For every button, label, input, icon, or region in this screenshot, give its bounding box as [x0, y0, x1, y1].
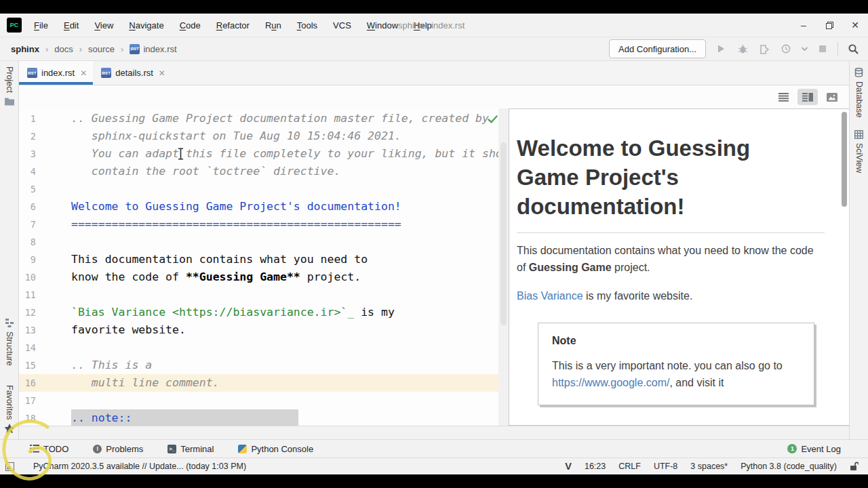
- close-button[interactable]: ✕: [842, 14, 868, 37]
- status-message[interactable]: PyCharm 2020.3.5 available // Update... …: [33, 462, 246, 471]
- tab-close-icon[interactable]: ✕: [80, 68, 87, 78]
- profiler-icon[interactable]: [779, 42, 793, 56]
- google-link[interactable]: https://www.google.com/: [552, 377, 669, 388]
- maximize-button[interactable]: [816, 14, 842, 37]
- toolwindow-terminal[interactable]: >_Terminal: [167, 444, 214, 454]
- line-number: 5: [19, 180, 36, 198]
- line-number: 16: [19, 374, 36, 392]
- preview-mode-toolbar: [19, 85, 849, 108]
- inspections-ok-icon[interactable]: [488, 114, 498, 126]
- editor-line[interactable]: 12`Bias Variance <https://biasvariance.i…: [19, 304, 498, 321]
- stripe-button-favorites[interactable]: Favorites: [4, 385, 15, 434]
- menu-run[interactable]: Run: [265, 20, 281, 30]
- code-text: sphinx-quickstart on Tue Aug 10 15:04:46…: [71, 127, 401, 145]
- run-with-coverage-icon[interactable]: [757, 42, 771, 56]
- stripe-button-structure[interactable]: Structure: [5, 319, 14, 366]
- letterbox-bottom: [0, 474, 868, 488]
- python-icon: [238, 445, 247, 453]
- tab-close-icon[interactable]: ✕: [159, 68, 165, 78]
- tab-details.rst[interactable]: RSTdetails.rst✕: [93, 61, 172, 85]
- minimize-button[interactable]: –: [791, 14, 816, 37]
- folder-icon: [4, 97, 15, 106]
- encoding-widget[interactable]: UTF-8: [654, 462, 677, 471]
- stripe-button-sciview[interactable]: SciView: [854, 130, 864, 173]
- editor-line[interactable]: 13favorite website.: [19, 321, 498, 339]
- menu-vcs[interactable]: VCS: [333, 20, 351, 30]
- preview-scrollbar-thumb[interactable]: [842, 112, 847, 207]
- editor-pane[interactable]: 1.. Guessing Game Project documentation …: [19, 108, 509, 426]
- menu-refactor[interactable]: Refactor: [216, 20, 250, 30]
- debug-icon[interactable]: [736, 42, 749, 56]
- breadcrumb-item[interactable]: docs: [54, 44, 73, 54]
- vim-widget[interactable]: V: [565, 461, 572, 472]
- editor-line[interactable]: 6Welcome to Guessing Game Project's docu…: [19, 198, 498, 216]
- event-log-button[interactable]: 1 Event Log: [787, 444, 841, 454]
- grid-icon: [854, 130, 863, 139]
- toolwindow-toggle-icon[interactable]: [5, 462, 14, 471]
- code-text: .. note::: [71, 409, 298, 426]
- editor-line[interactable]: 14: [19, 339, 498, 357]
- preview-paragraph: This documentation contains what you nee…: [517, 242, 825, 276]
- line-number: 4: [19, 163, 36, 180]
- menu-navigate[interactable]: Navigate: [129, 20, 163, 30]
- editor-line[interactable]: 15.. This is a: [19, 357, 498, 374]
- editor-line[interactable]: 11: [19, 286, 498, 304]
- run-icon[interactable]: [714, 42, 728, 56]
- editor-line[interactable]: 4 contain the root `toctree` directive.: [19, 163, 498, 180]
- stripe-label: Database: [854, 81, 864, 118]
- editor-line[interactable]: 18.. note::: [19, 409, 498, 426]
- editor-line[interactable]: 9This documentation contains what you ne…: [19, 251, 498, 268]
- toolwindow-todo[interactable]: TODO: [30, 444, 68, 454]
- editor-line[interactable]: 3 You can adapt this file completely to …: [19, 145, 498, 163]
- breadcrumb-item[interactable]: RSTindex.rst: [130, 44, 176, 54]
- menu-file[interactable]: File: [34, 20, 48, 30]
- editor-line[interactable]: 10know the code of **Guessing Game** pro…: [19, 268, 498, 286]
- unlock-icon[interactable]: [850, 462, 859, 471]
- maximize-icon: [826, 22, 833, 29]
- menu-code[interactable]: Code: [180, 20, 201, 30]
- editor-scrollbar-thumb[interactable]: [500, 142, 507, 325]
- editor-line[interactable]: 2 sphinx-quickstart on Tue Aug 10 15:04:…: [19, 127, 498, 145]
- profiler-dropdown-icon[interactable]: [801, 42, 808, 56]
- add-configuration-button[interactable]: Add Configuration...: [609, 39, 706, 58]
- editor-scrollbar[interactable]: [498, 108, 509, 426]
- event-log-label: Event Log: [801, 444, 841, 454]
- search-everywhere-icon[interactable]: [846, 42, 860, 56]
- editor-line[interactable]: 17: [19, 392, 498, 409]
- indent-widget[interactable]: 3 spaces*: [690, 462, 728, 471]
- letterbox-top: [0, 0, 868, 14]
- menu-tools[interactable]: Tools: [297, 20, 317, 30]
- view-split-icon[interactable]: [797, 89, 818, 105]
- bias-variance-link[interactable]: Bias Variance: [517, 290, 583, 302]
- rst-preview-pane[interactable]: Welcome to Guessing Game Project's docum…: [509, 108, 849, 426]
- view-editor-only-icon[interactable]: [773, 89, 793, 105]
- tab-index.rst[interactable]: RSTindex.rst✕: [19, 61, 93, 85]
- interpreter-widget[interactable]: Python 3.8 (code_quality): [741, 462, 837, 471]
- caret-position-widget[interactable]: 16:23: [585, 462, 606, 471]
- preview-heading: Welcome to Guessing Game Project's docum…: [517, 134, 785, 221]
- window-title: sphinx - index.rst: [398, 20, 465, 30]
- editor-line[interactable]: 1.. Guessing Game Project documentation …: [19, 110, 498, 127]
- editor-line[interactable]: 5: [19, 180, 498, 198]
- note-admonition: Note This is a very important note. you …: [538, 323, 814, 405]
- line-ending-widget[interactable]: CRLF: [618, 462, 641, 471]
- toolwindow-python-console[interactable]: Python Console: [238, 444, 313, 454]
- toolbar-separator: [837, 42, 838, 56]
- menu-view[interactable]: View: [94, 20, 113, 30]
- view-preview-only-icon[interactable]: [822, 89, 842, 105]
- line-number: 7: [19, 216, 36, 233]
- editor-line[interactable]: 8: [19, 233, 498, 251]
- stop-icon[interactable]: [816, 42, 829, 56]
- stripe-button-project[interactable]: Project: [4, 66, 15, 106]
- stripe-button-database[interactable]: Database: [854, 68, 864, 118]
- breadcrumb-item[interactable]: sphinx: [11, 44, 39, 54]
- line-number: 15: [19, 357, 36, 374]
- editor-line[interactable]: 7=======================================…: [19, 216, 498, 233]
- editor-line[interactable]: 16 multi line comment.: [19, 374, 498, 392]
- todo-icon: [30, 445, 39, 453]
- breadcrumb-item[interactable]: source: [88, 44, 115, 54]
- toolwindow-problems[interactable]: !Problems: [93, 444, 143, 454]
- menu-edit[interactable]: Edit: [64, 20, 79, 30]
- menu-window[interactable]: Window: [367, 20, 398, 30]
- preview-paragraph: Bias Variance is my favorite website.: [517, 287, 825, 304]
